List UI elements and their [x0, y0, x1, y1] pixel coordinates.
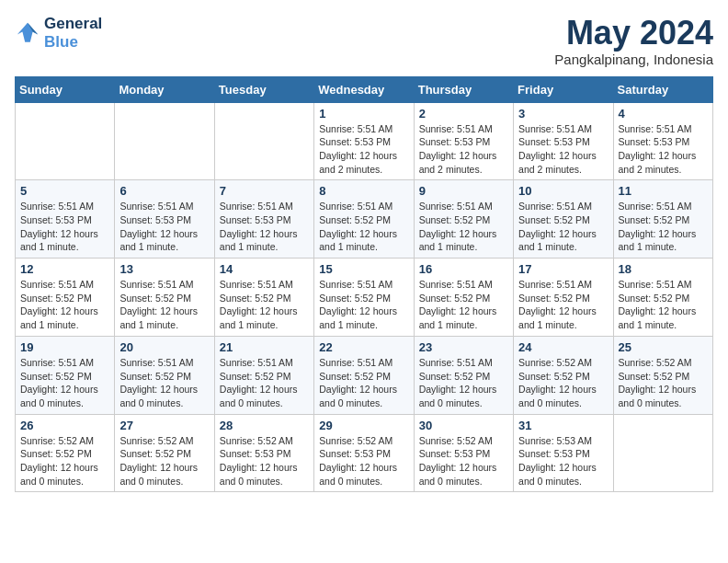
calendar-cell: 7Sunrise: 5:51 AM Sunset: 5:53 PM Daylig… — [214, 180, 313, 259]
day-info: Sunrise: 5:51 AM Sunset: 5:52 PM Dayligh… — [119, 278, 209, 332]
day-number: 9 — [419, 184, 508, 198]
month-title: May 2024 — [554, 15, 713, 52]
calendar-cell: 27Sunrise: 5:52 AM Sunset: 5:52 PM Dayli… — [115, 414, 214, 492]
day-info: Sunrise: 5:51 AM Sunset: 5:52 PM Dayligh… — [20, 356, 109, 410]
day-number: 31 — [518, 419, 608, 432]
calendar-cell: 22Sunrise: 5:51 AM Sunset: 5:52 PM Dayli… — [314, 336, 414, 414]
day-number: 17 — [518, 262, 608, 276]
calendar-week-4: 19Sunrise: 5:51 AM Sunset: 5:52 PM Dayli… — [16, 336, 713, 414]
day-number: 28 — [220, 419, 309, 432]
calendar-cell: 3Sunrise: 5:51 AM Sunset: 5:53 PM Daylig… — [514, 102, 613, 180]
calendar-cell: 23Sunrise: 5:51 AM Sunset: 5:52 PM Dayli… — [414, 336, 513, 414]
calendar-cell: 4Sunrise: 5:51 AM Sunset: 5:53 PM Daylig… — [613, 102, 712, 180]
day-number: 19 — [20, 340, 109, 354]
day-number: 26 — [20, 419, 109, 432]
day-number: 7 — [220, 184, 309, 198]
day-number: 24 — [518, 340, 608, 354]
day-number: 1 — [319, 107, 408, 121]
title-block: May 2024 Pangkalpinang, Indonesia — [554, 15, 713, 67]
day-info: Sunrise: 5:51 AM Sunset: 5:52 PM Dayligh… — [119, 356, 209, 410]
day-number: 4 — [619, 107, 708, 121]
day-number: 18 — [619, 262, 708, 276]
day-info: Sunrise: 5:51 AM Sunset: 5:52 PM Dayligh… — [619, 200, 708, 254]
calendar-cell: 14Sunrise: 5:51 AM Sunset: 5:52 PM Dayli… — [214, 259, 313, 337]
day-info: Sunrise: 5:51 AM Sunset: 5:53 PM Dayligh… — [220, 200, 309, 254]
calendar-cell — [214, 102, 313, 180]
day-info: Sunrise: 5:51 AM Sunset: 5:52 PM Dayligh… — [419, 278, 508, 332]
day-info: Sunrise: 5:53 AM Sunset: 5:53 PM Dayligh… — [518, 434, 608, 488]
calendar-cell: 13Sunrise: 5:51 AM Sunset: 5:52 PM Dayli… — [115, 259, 214, 337]
calendar-cell: 31Sunrise: 5:53 AM Sunset: 5:53 PM Dayli… — [514, 414, 613, 492]
logo-icon — [15, 20, 40, 46]
weekday-header-monday: Monday — [115, 76, 214, 102]
calendar-cell: 18Sunrise: 5:51 AM Sunset: 5:52 PM Dayli… — [613, 259, 712, 337]
calendar-cell: 8Sunrise: 5:51 AM Sunset: 5:52 PM Daylig… — [314, 180, 414, 259]
day-info: Sunrise: 5:51 AM Sunset: 5:52 PM Dayligh… — [220, 278, 309, 332]
day-number: 3 — [518, 107, 608, 121]
logo: General Blue — [15, 15, 102, 52]
day-info: Sunrise: 5:51 AM Sunset: 5:53 PM Dayligh… — [619, 122, 708, 177]
day-number: 16 — [419, 262, 508, 276]
weekday-header-wednesday: Wednesday — [314, 76, 414, 102]
calendar-cell: 26Sunrise: 5:52 AM Sunset: 5:52 PM Dayli… — [16, 414, 115, 492]
day-info: Sunrise: 5:51 AM Sunset: 5:53 PM Dayligh… — [319, 122, 408, 177]
calendar-table: SundayMondayTuesdayWednesdayThursdayFrid… — [15, 76, 713, 493]
day-info: Sunrise: 5:51 AM Sunset: 5:52 PM Dayligh… — [319, 200, 408, 254]
day-info: Sunrise: 5:51 AM Sunset: 5:52 PM Dayligh… — [518, 200, 608, 254]
calendar-cell: 11Sunrise: 5:51 AM Sunset: 5:52 PM Dayli… — [613, 180, 712, 259]
day-number: 5 — [20, 184, 109, 198]
calendar-cell — [613, 414, 712, 492]
day-info: Sunrise: 5:51 AM Sunset: 5:52 PM Dayligh… — [419, 356, 508, 410]
day-info: Sunrise: 5:51 AM Sunset: 5:53 PM Dayligh… — [119, 200, 209, 254]
calendar-cell: 15Sunrise: 5:51 AM Sunset: 5:52 PM Dayli… — [314, 259, 414, 337]
calendar-cell — [16, 102, 115, 180]
calendar-cell: 10Sunrise: 5:51 AM Sunset: 5:52 PM Dayli… — [514, 180, 613, 259]
calendar-cell: 2Sunrise: 5:51 AM Sunset: 5:53 PM Daylig… — [414, 102, 513, 180]
weekday-header-saturday: Saturday — [613, 76, 712, 102]
calendar-week-1: 1Sunrise: 5:51 AM Sunset: 5:53 PM Daylig… — [16, 102, 713, 180]
day-info: Sunrise: 5:52 AM Sunset: 5:53 PM Dayligh… — [319, 434, 408, 488]
day-info: Sunrise: 5:51 AM Sunset: 5:52 PM Dayligh… — [419, 200, 508, 254]
day-info: Sunrise: 5:51 AM Sunset: 5:52 PM Dayligh… — [518, 278, 608, 332]
day-number: 10 — [518, 184, 608, 198]
calendar-week-2: 5Sunrise: 5:51 AM Sunset: 5:53 PM Daylig… — [16, 180, 713, 259]
logo-text: General Blue — [44, 15, 102, 52]
calendar-cell: 20Sunrise: 5:51 AM Sunset: 5:52 PM Dayli… — [115, 336, 214, 414]
calendar-cell: 21Sunrise: 5:51 AM Sunset: 5:52 PM Dayli… — [214, 336, 313, 414]
day-info: Sunrise: 5:51 AM Sunset: 5:53 PM Dayligh… — [518, 122, 608, 177]
day-info: Sunrise: 5:52 AM Sunset: 5:52 PM Dayligh… — [20, 434, 109, 488]
day-number: 22 — [319, 340, 408, 354]
calendar-week-3: 12Sunrise: 5:51 AM Sunset: 5:52 PM Dayli… — [16, 259, 713, 337]
day-number: 20 — [119, 340, 209, 354]
day-number: 13 — [119, 262, 209, 276]
weekday-header-thursday: Thursday — [414, 76, 513, 102]
page-header: General Blue May 2024 Pangkalpinang, Ind… — [15, 15, 713, 67]
day-info: Sunrise: 5:51 AM Sunset: 5:52 PM Dayligh… — [619, 278, 708, 332]
weekday-header-friday: Friday — [514, 76, 613, 102]
calendar-cell: 16Sunrise: 5:51 AM Sunset: 5:52 PM Dayli… — [414, 259, 513, 337]
day-info: Sunrise: 5:52 AM Sunset: 5:52 PM Dayligh… — [119, 434, 209, 488]
day-number: 23 — [419, 340, 508, 354]
day-info: Sunrise: 5:52 AM Sunset: 5:53 PM Dayligh… — [220, 434, 309, 488]
day-info: Sunrise: 5:51 AM Sunset: 5:52 PM Dayligh… — [319, 278, 408, 332]
calendar-week-5: 26Sunrise: 5:52 AM Sunset: 5:52 PM Dayli… — [16, 414, 713, 492]
weekday-header-sunday: Sunday — [16, 76, 115, 102]
weekday-header-row: SundayMondayTuesdayWednesdayThursdayFrid… — [16, 76, 713, 102]
calendar-cell: 17Sunrise: 5:51 AM Sunset: 5:52 PM Dayli… — [514, 259, 613, 337]
day-info: Sunrise: 5:52 AM Sunset: 5:53 PM Dayligh… — [419, 434, 508, 488]
day-number: 2 — [419, 107, 508, 121]
day-info: Sunrise: 5:51 AM Sunset: 5:52 PM Dayligh… — [319, 356, 408, 410]
calendar-cell: 29Sunrise: 5:52 AM Sunset: 5:53 PM Dayli… — [314, 414, 414, 492]
weekday-header-tuesday: Tuesday — [214, 76, 313, 102]
calendar-cell: 25Sunrise: 5:52 AM Sunset: 5:52 PM Dayli… — [613, 336, 712, 414]
calendar-cell: 9Sunrise: 5:51 AM Sunset: 5:52 PM Daylig… — [414, 180, 513, 259]
calendar-cell: 5Sunrise: 5:51 AM Sunset: 5:53 PM Daylig… — [16, 180, 115, 259]
day-number: 11 — [619, 184, 708, 198]
day-number: 25 — [619, 340, 708, 354]
day-number: 6 — [119, 184, 209, 198]
day-number: 15 — [319, 262, 408, 276]
calendar-cell: 30Sunrise: 5:52 AM Sunset: 5:53 PM Dayli… — [414, 414, 513, 492]
calendar-cell: 28Sunrise: 5:52 AM Sunset: 5:53 PM Dayli… — [214, 414, 313, 492]
day-info: Sunrise: 5:51 AM Sunset: 5:52 PM Dayligh… — [220, 356, 309, 410]
calendar-cell: 1Sunrise: 5:51 AM Sunset: 5:53 PM Daylig… — [314, 102, 414, 180]
